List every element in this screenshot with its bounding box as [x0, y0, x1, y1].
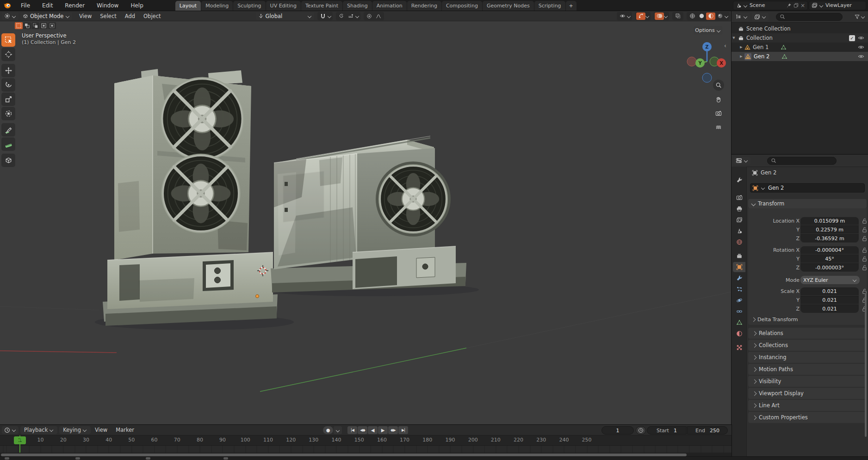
timeline-marker-menu[interactable]: Marker [112, 426, 138, 434]
disclosure-right-icon[interactable]: ▶ [739, 55, 744, 58]
tab-tool[interactable] [733, 175, 745, 185]
tool-transform[interactable] [1, 107, 15, 120]
outliner-row-gen1[interactable]: ▶ Gen 1 [732, 43, 868, 52]
shading-rendered-button[interactable] [715, 12, 725, 20]
menu-item[interactable]: Edit [36, 1, 59, 10]
number-field[interactable]: -0.36592 m [800, 234, 859, 242]
timeline-ruler[interactable]: 1020304050607080901001101201301401501601… [0, 435, 732, 446]
number-field[interactable]: -0.000003° [800, 263, 859, 272]
lock-icon[interactable] [862, 256, 867, 262]
lock-icon[interactable] [862, 227, 867, 233]
mode-dropdown[interactable]: Object Mode [20, 12, 72, 20]
workspace-tab[interactable]: Texture Paint [301, 1, 342, 11]
workspace-tab[interactable]: Sculpting [233, 1, 265, 11]
eye-icon[interactable] [858, 44, 864, 50]
next-keyframe-button[interactable]: ◆▶ [388, 426, 398, 434]
blender-logo-icon[interactable] [3, 2, 11, 9]
tool-measure[interactable] [1, 137, 15, 151]
tool-add-cube[interactable] [1, 154, 15, 167]
current-frame-field[interactable]: 1 [601, 426, 634, 435]
start-frame-field[interactable]: Start 1 [647, 426, 687, 435]
tab-material[interactable] [733, 329, 745, 339]
lock-icon[interactable] [862, 265, 867, 271]
navigation-gizmo[interactable]: Z Y X [678, 35, 729, 87]
autokey-record-button[interactable]: ● [323, 426, 333, 434]
viewport-menu-item[interactable]: View [75, 12, 96, 20]
delta-transform-subpanel[interactable]: Delta Transform [752, 317, 798, 323]
disclosure-right-icon[interactable]: ▶ [739, 45, 744, 49]
lock-icon[interactable] [862, 247, 867, 253]
lock-icon[interactable] [862, 218, 867, 224]
select-mode-invert-button[interactable] [40, 22, 48, 29]
outliner-row-collection[interactable]: ▼ Collection ✓ [732, 33, 868, 43]
outliner-search-input[interactable] [776, 13, 843, 21]
keying-menu[interactable]: Keying [59, 426, 91, 434]
xray-toggle[interactable] [673, 12, 682, 20]
panel-header[interactable]: Instancing [748, 352, 867, 363]
panel-header[interactable]: Relations [748, 328, 867, 339]
workspace-tab[interactable]: Animation [372, 1, 407, 11]
lock-icon[interactable] [862, 236, 867, 242]
menu-item[interactable]: File [15, 1, 36, 10]
select-mode-new-button[interactable] [15, 22, 23, 29]
eye-icon[interactable] [858, 35, 864, 41]
menu-item[interactable]: Render [59, 1, 91, 10]
outliner-display-mode[interactable] [733, 13, 750, 21]
panel-header[interactable]: Motion Paths [748, 364, 867, 375]
prev-keyframe-button[interactable]: ◀◆ [358, 426, 367, 434]
select-mode-subtract-button[interactable] [31, 22, 39, 29]
panel-header[interactable]: Custom Properties [748, 412, 867, 423]
select-mode-intersect-button[interactable] [48, 22, 56, 29]
playhead[interactable] [19, 435, 20, 453]
timeline-view-menu[interactable]: View [91, 426, 112, 434]
viewport-menu-item[interactable]: Object [139, 12, 165, 20]
panel-header[interactable]: Visibility [748, 376, 867, 387]
ortho-toggle-button[interactable] [713, 122, 724, 133]
viewport-menu-item[interactable]: Select [96, 12, 120, 20]
tool-cursor[interactable] [1, 48, 15, 61]
workspace-tab[interactable]: Compositing [442, 1, 482, 11]
menu-item[interactable]: Help [124, 1, 149, 10]
workspace-tab[interactable]: Scripting [534, 1, 565, 11]
outliner-row-gen2[interactable]: ▶ Gen 2 [732, 52, 868, 61]
workspace-tab[interactable]: Geometry Nodes [483, 1, 534, 11]
tab-render[interactable] [733, 193, 745, 203]
number-field[interactable]: -0.000004° [800, 246, 859, 254]
tab-texture[interactable] [733, 342, 745, 353]
snap-options-dropdown[interactable] [328, 14, 332, 18]
use-preview-range-button[interactable] [636, 426, 646, 435]
editor-type-button[interactable] [2, 12, 19, 20]
workspace-tab[interactable]: Rendering [407, 1, 441, 11]
end-frame-field[interactable]: End 250 [687, 426, 728, 435]
viewport-canvas[interactable]: User Perspective (1) Collection | Gen 2 … [0, 21, 732, 425]
camera-view-button[interactable] [713, 108, 724, 119]
snap-increment-toggle[interactable] [346, 12, 355, 20]
workspace-tab[interactable]: Shading [343, 1, 372, 11]
show-overlays-toggle[interactable] [655, 12, 664, 20]
snap-toggle[interactable] [318, 12, 328, 20]
shading-dropdown[interactable] [725, 14, 729, 18]
number-field[interactable]: 45° [800, 255, 859, 263]
tab-object-data[interactable] [733, 317, 745, 328]
pan-button[interactable] [713, 94, 724, 105]
proportional-dropdown[interactable] [355, 14, 360, 18]
outliner-filter-id[interactable] [752, 13, 769, 21]
sidebar-collapse-arrow[interactable]: ‹ [724, 43, 726, 49]
properties-editor-type-button[interactable] [733, 157, 750, 165]
timeline-scroll-thumb[interactable] [1, 454, 687, 456]
proportional-spiral-toggle[interactable] [337, 12, 346, 20]
panel-header[interactable]: Line Art [748, 400, 867, 411]
selectability-toggle[interactable] [618, 12, 627, 20]
checkbox-icon[interactable]: ✓ [849, 35, 855, 41]
jump-to-start-button[interactable]: |◀ [347, 426, 357, 434]
tool-scale[interactable] [1, 93, 15, 106]
gizmo-dropdown[interactable] [645, 14, 650, 18]
number-field[interactable]: 0.22579 m [800, 225, 859, 234]
playback-menu[interactable]: Playback [20, 426, 57, 434]
transform-panel-header[interactable]: Transform [748, 199, 867, 208]
object-name-field[interactable]: Gen 2 [750, 183, 865, 193]
panel-header[interactable]: Collections [748, 340, 867, 351]
timeline-channel-area[interactable] [0, 446, 732, 453]
tool-move[interactable] [1, 64, 15, 77]
tool-rotate[interactable] [1, 78, 15, 92]
